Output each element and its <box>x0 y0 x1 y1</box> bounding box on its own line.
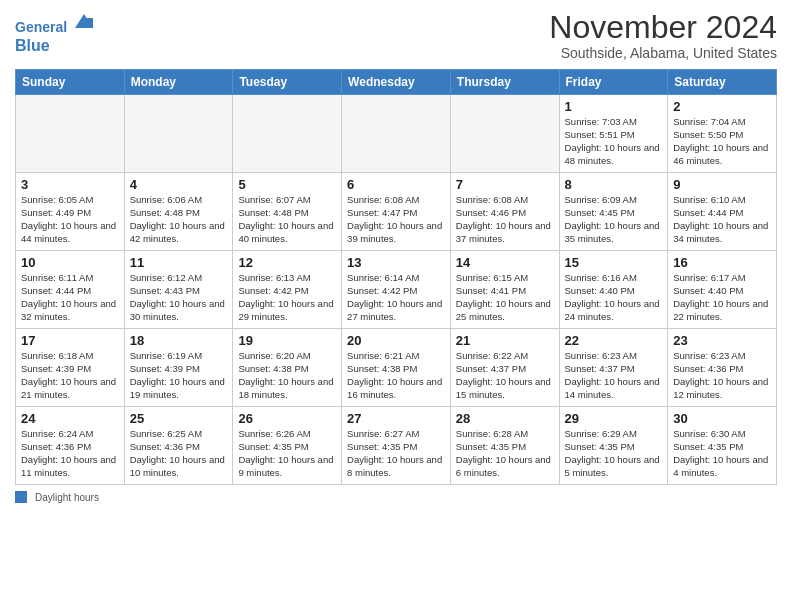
day-info: Sunrise: 6:26 AM Sunset: 4:35 PM Dayligh… <box>238 428 336 479</box>
day-info: Sunrise: 6:21 AM Sunset: 4:38 PM Dayligh… <box>347 350 445 401</box>
calendar-col-header: Monday <box>124 70 233 95</box>
day-number: 17 <box>21 333 119 348</box>
calendar-day-cell: 29Sunrise: 6:29 AM Sunset: 4:35 PM Dayli… <box>559 407 668 485</box>
calendar-week-row: 3Sunrise: 6:05 AM Sunset: 4:49 PM Daylig… <box>16 173 777 251</box>
calendar-day-cell: 1Sunrise: 7:03 AM Sunset: 5:51 PM Daylig… <box>559 95 668 173</box>
day-number: 7 <box>456 177 554 192</box>
day-number: 29 <box>565 411 663 426</box>
day-info: Sunrise: 6:16 AM Sunset: 4:40 PM Dayligh… <box>565 272 663 323</box>
calendar-col-header: Thursday <box>450 70 559 95</box>
day-info: Sunrise: 6:29 AM Sunset: 4:35 PM Dayligh… <box>565 428 663 479</box>
day-info: Sunrise: 6:12 AM Sunset: 4:43 PM Dayligh… <box>130 272 228 323</box>
legend-box <box>15 491 27 503</box>
day-info: Sunrise: 6:17 AM Sunset: 4:40 PM Dayligh… <box>673 272 771 323</box>
calendar-col-header: Sunday <box>16 70 125 95</box>
day-number: 12 <box>238 255 336 270</box>
day-number: 26 <box>238 411 336 426</box>
calendar-table: SundayMondayTuesdayWednesdayThursdayFrid… <box>15 69 777 485</box>
day-info: Sunrise: 6:15 AM Sunset: 4:41 PM Dayligh… <box>456 272 554 323</box>
day-info: Sunrise: 6:14 AM Sunset: 4:42 PM Dayligh… <box>347 272 445 323</box>
calendar-day-cell: 24Sunrise: 6:24 AM Sunset: 4:36 PM Dayli… <box>16 407 125 485</box>
svg-rect-1 <box>87 18 93 28</box>
day-info: Sunrise: 6:28 AM Sunset: 4:35 PM Dayligh… <box>456 428 554 479</box>
page-header: General Blue November 2024 Southside, Al… <box>15 10 777 61</box>
day-info: Sunrise: 6:25 AM Sunset: 4:36 PM Dayligh… <box>130 428 228 479</box>
day-info: Sunrise: 6:22 AM Sunset: 4:37 PM Dayligh… <box>456 350 554 401</box>
day-number: 8 <box>565 177 663 192</box>
legend-label: Daylight hours <box>35 492 99 503</box>
logo: General Blue <box>15 10 95 55</box>
day-number: 27 <box>347 411 445 426</box>
calendar-week-row: 24Sunrise: 6:24 AM Sunset: 4:36 PM Dayli… <box>16 407 777 485</box>
day-number: 14 <box>456 255 554 270</box>
calendar-col-header: Saturday <box>668 70 777 95</box>
calendar-day-cell <box>450 95 559 173</box>
day-number: 9 <box>673 177 771 192</box>
calendar-header-row: SundayMondayTuesdayWednesdayThursdayFrid… <box>16 70 777 95</box>
day-info: Sunrise: 6:30 AM Sunset: 4:35 PM Dayligh… <box>673 428 771 479</box>
day-info: Sunrise: 6:18 AM Sunset: 4:39 PM Dayligh… <box>21 350 119 401</box>
day-number: 16 <box>673 255 771 270</box>
logo-icon <box>73 10 95 32</box>
day-number: 21 <box>456 333 554 348</box>
day-info: Sunrise: 6:20 AM Sunset: 4:38 PM Dayligh… <box>238 350 336 401</box>
day-info: Sunrise: 6:08 AM Sunset: 4:47 PM Dayligh… <box>347 194 445 245</box>
day-number: 13 <box>347 255 445 270</box>
calendar-day-cell: 10Sunrise: 6:11 AM Sunset: 4:44 PM Dayli… <box>16 251 125 329</box>
calendar-day-cell: 6Sunrise: 6:08 AM Sunset: 4:47 PM Daylig… <box>342 173 451 251</box>
calendar-week-row: 10Sunrise: 6:11 AM Sunset: 4:44 PM Dayli… <box>16 251 777 329</box>
calendar-day-cell <box>124 95 233 173</box>
calendar-day-cell: 14Sunrise: 6:15 AM Sunset: 4:41 PM Dayli… <box>450 251 559 329</box>
day-number: 3 <box>21 177 119 192</box>
day-number: 4 <box>130 177 228 192</box>
day-info: Sunrise: 6:23 AM Sunset: 4:36 PM Dayligh… <box>673 350 771 401</box>
calendar-day-cell: 23Sunrise: 6:23 AM Sunset: 4:36 PM Dayli… <box>668 329 777 407</box>
day-info: Sunrise: 6:11 AM Sunset: 4:44 PM Dayligh… <box>21 272 119 323</box>
day-info: Sunrise: 6:23 AM Sunset: 4:37 PM Dayligh… <box>565 350 663 401</box>
calendar-day-cell: 30Sunrise: 6:30 AM Sunset: 4:35 PM Dayli… <box>668 407 777 485</box>
calendar-day-cell: 7Sunrise: 6:08 AM Sunset: 4:46 PM Daylig… <box>450 173 559 251</box>
main-title: November 2024 <box>549 10 777 45</box>
calendar-week-row: 1Sunrise: 7:03 AM Sunset: 5:51 PM Daylig… <box>16 95 777 173</box>
calendar-day-cell: 3Sunrise: 6:05 AM Sunset: 4:49 PM Daylig… <box>16 173 125 251</box>
calendar-day-cell: 21Sunrise: 6:22 AM Sunset: 4:37 PM Dayli… <box>450 329 559 407</box>
day-info: Sunrise: 6:06 AM Sunset: 4:48 PM Dayligh… <box>130 194 228 245</box>
day-number: 28 <box>456 411 554 426</box>
calendar-day-cell: 5Sunrise: 6:07 AM Sunset: 4:48 PM Daylig… <box>233 173 342 251</box>
day-number: 5 <box>238 177 336 192</box>
calendar-day-cell: 18Sunrise: 6:19 AM Sunset: 4:39 PM Dayli… <box>124 329 233 407</box>
day-info: Sunrise: 6:09 AM Sunset: 4:45 PM Dayligh… <box>565 194 663 245</box>
day-info: Sunrise: 7:03 AM Sunset: 5:51 PM Dayligh… <box>565 116 663 167</box>
day-info: Sunrise: 6:13 AM Sunset: 4:42 PM Dayligh… <box>238 272 336 323</box>
calendar-day-cell: 8Sunrise: 6:09 AM Sunset: 4:45 PM Daylig… <box>559 173 668 251</box>
calendar-day-cell: 22Sunrise: 6:23 AM Sunset: 4:37 PM Dayli… <box>559 329 668 407</box>
calendar-day-cell: 13Sunrise: 6:14 AM Sunset: 4:42 PM Dayli… <box>342 251 451 329</box>
day-number: 15 <box>565 255 663 270</box>
day-number: 30 <box>673 411 771 426</box>
day-number: 11 <box>130 255 228 270</box>
day-number: 22 <box>565 333 663 348</box>
day-number: 24 <box>21 411 119 426</box>
day-number: 2 <box>673 99 771 114</box>
calendar-day-cell: 17Sunrise: 6:18 AM Sunset: 4:39 PM Dayli… <box>16 329 125 407</box>
logo-blue: Blue <box>15 36 95 55</box>
calendar-day-cell: 4Sunrise: 6:06 AM Sunset: 4:48 PM Daylig… <box>124 173 233 251</box>
day-info: Sunrise: 6:07 AM Sunset: 4:48 PM Dayligh… <box>238 194 336 245</box>
day-info: Sunrise: 6:10 AM Sunset: 4:44 PM Dayligh… <box>673 194 771 245</box>
day-info: Sunrise: 6:24 AM Sunset: 4:36 PM Dayligh… <box>21 428 119 479</box>
calendar-col-header: Friday <box>559 70 668 95</box>
calendar-day-cell: 26Sunrise: 6:26 AM Sunset: 4:35 PM Dayli… <box>233 407 342 485</box>
day-info: Sunrise: 6:19 AM Sunset: 4:39 PM Dayligh… <box>130 350 228 401</box>
calendar-day-cell: 9Sunrise: 6:10 AM Sunset: 4:44 PM Daylig… <box>668 173 777 251</box>
calendar-week-row: 17Sunrise: 6:18 AM Sunset: 4:39 PM Dayli… <box>16 329 777 407</box>
calendar-day-cell <box>16 95 125 173</box>
day-number: 6 <box>347 177 445 192</box>
calendar-day-cell: 19Sunrise: 6:20 AM Sunset: 4:38 PM Dayli… <box>233 329 342 407</box>
day-number: 18 <box>130 333 228 348</box>
day-info: Sunrise: 7:04 AM Sunset: 5:50 PM Dayligh… <box>673 116 771 167</box>
day-number: 23 <box>673 333 771 348</box>
calendar-col-header: Tuesday <box>233 70 342 95</box>
subtitle: Southside, Alabama, United States <box>549 45 777 61</box>
day-number: 10 <box>21 255 119 270</box>
logo-general: General <box>15 19 67 35</box>
